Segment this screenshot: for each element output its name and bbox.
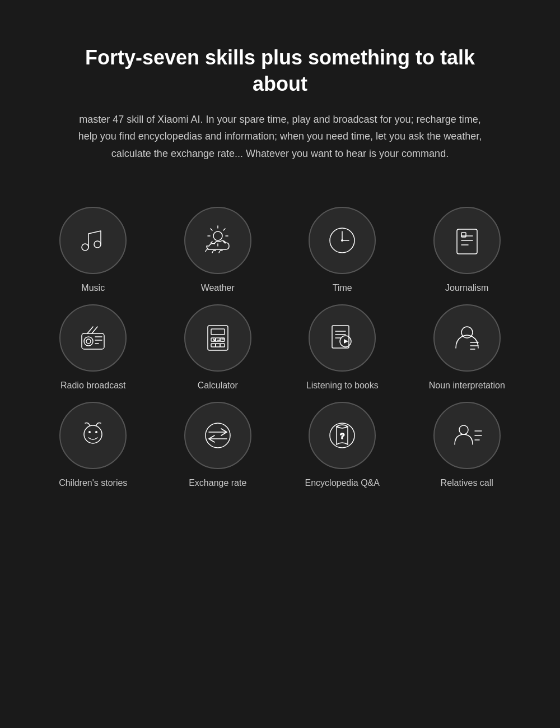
weather-icon-circle — [184, 207, 251, 274]
children-label: Children's stories — [59, 478, 127, 488]
music-icon-circle — [59, 207, 127, 274]
skill-item-relatives: Relatives call — [408, 402, 527, 488]
svg-rect-35 — [220, 344, 225, 347]
svg-point-51 — [84, 425, 102, 443]
skill-item-time: Time — [283, 207, 402, 293]
skill-item-radio: Radio broadcast — [34, 304, 153, 391]
page-description: master 47 skill of Xiaomi AI. In your sp… — [73, 111, 487, 163]
exchange-label: Exchange rate — [189, 478, 246, 488]
skill-item-music: Music — [34, 207, 153, 293]
time-icon-circle — [309, 207, 376, 274]
svg-line-7 — [211, 229, 212, 230]
svg-rect-29 — [211, 329, 225, 335]
page-title: Forty-seven skills plus something to tal… — [73, 45, 487, 98]
radio-icon-circle — [59, 304, 127, 372]
skill-item-children: Children's stories — [34, 402, 153, 488]
relatives-label: Relatives call — [441, 478, 493, 488]
svg-line-9 — [223, 229, 225, 230]
music-label: Music — [81, 283, 105, 293]
children-icon-circle — [59, 402, 127, 469]
journalism-label: Journalism — [445, 283, 488, 293]
svg-point-59 — [459, 425, 468, 434]
svg-rect-31 — [216, 338, 220, 341]
svg-point-54 — [206, 423, 230, 448]
svg-point-0 — [82, 244, 88, 251]
svg-line-10 — [211, 242, 212, 243]
svg-rect-33 — [211, 344, 216, 347]
skill-item-noun: Noun interpretation — [408, 304, 527, 391]
svg-rect-34 — [216, 344, 220, 347]
svg-marker-46 — [344, 339, 348, 344]
weather-label: Weather — [201, 283, 235, 293]
svg-line-27 — [92, 327, 97, 333]
skills-grid: Music Weather Time Journalism Radio broa… — [0, 184, 560, 522]
svg-point-1 — [94, 241, 101, 248]
svg-rect-41 — [332, 326, 349, 348]
relatives-icon-circle — [433, 402, 501, 469]
radio-label: Radio broadcast — [60, 381, 126, 391]
exchange-icon-circle — [184, 402, 251, 469]
skill-item-books: Listening to books — [283, 304, 402, 391]
svg-point-53 — [95, 431, 97, 433]
skill-item-exchange: Exchange rate — [158, 402, 278, 488]
header-section: Forty-seven skills plus something to tal… — [28, 0, 532, 184]
skill-item-calculator: Calculator — [158, 304, 278, 391]
encyclopedia-label: Encyclopedia Q&A — [305, 478, 380, 488]
books-label: Listening to books — [306, 381, 379, 391]
skill-item-weather: Weather — [158, 207, 278, 293]
noun-icon-circle — [433, 304, 501, 372]
svg-point-14 — [341, 239, 343, 242]
time-label: Time — [333, 283, 352, 293]
svg-point-2 — [213, 231, 222, 240]
svg-rect-19 — [461, 233, 466, 237]
svg-line-26 — [87, 327, 93, 333]
svg-text:?: ? — [340, 432, 345, 440]
calculator-label: Calculator — [198, 381, 238, 391]
svg-point-47 — [461, 327, 473, 338]
encyclopedia-icon-circle: ? — [309, 402, 376, 469]
svg-rect-15 — [457, 229, 477, 254]
svg-rect-32 — [220, 338, 225, 341]
svg-point-52 — [88, 431, 91, 433]
skill-item-encyclopedia: ? Encyclopedia Q&A — [283, 402, 402, 488]
books-icon-circle — [309, 304, 376, 372]
journalism-icon-circle — [433, 207, 501, 274]
svg-point-22 — [86, 339, 91, 344]
noun-label: Noun interpretation — [429, 381, 505, 391]
svg-point-21 — [84, 337, 93, 346]
skill-item-journalism: Journalism — [408, 207, 527, 293]
calculator-icon-circle — [184, 304, 251, 372]
